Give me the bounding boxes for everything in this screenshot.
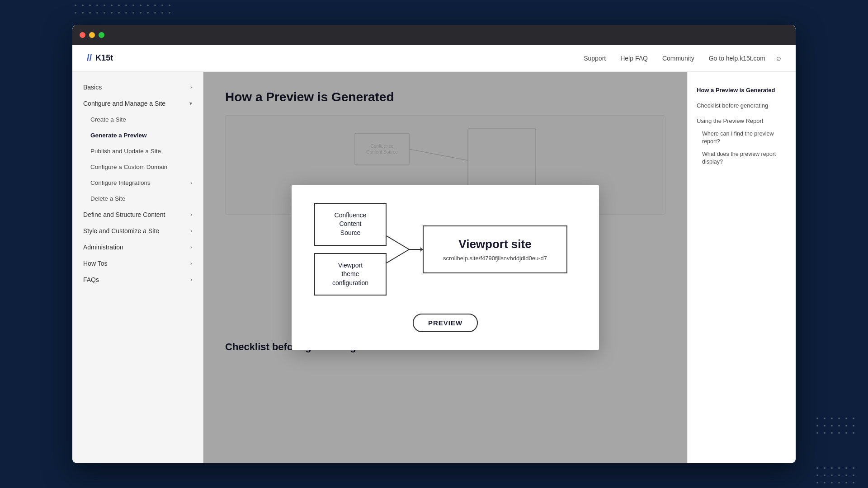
sidebar-item-style-customize[interactable]: Style and Customize a Site›	[72, 223, 203, 239]
nav-support[interactable]: Support	[584, 55, 606, 62]
sidebar-item-label-configure-custom-domain: Configure a Custom Domain	[90, 164, 167, 170]
viewport-theme-text: Viewportthemeconfiguration	[332, 262, 368, 286]
close-button[interactable]	[80, 32, 85, 38]
modal-diagram: ConfluenceContentSource Viewportthemecon…	[292, 185, 599, 351]
sidebar-item-label-configure-manage: Configure and Manage a Site	[83, 100, 165, 107]
dot-decoration-top: (function(){ const d = document.querySel…	[75, 5, 170, 14]
connector-lines	[387, 222, 423, 277]
sidebar-item-label-delete-a-site: Delete a Site	[90, 195, 125, 202]
chevron-icon-administration: ›	[190, 244, 192, 250]
sidebar-item-generate-preview[interactable]: Generate a Preview	[72, 127, 203, 143]
title-bar	[72, 25, 796, 45]
sidebar-item-label-basics: Basics	[83, 84, 102, 91]
nav-goto-help[interactable]: Go to help.k15t.com	[709, 55, 765, 62]
chevron-icon-faqs: ›	[190, 277, 192, 283]
viewport-site-url: scrollhelp.site/f4790fjllsnvhddjdld0eu-d…	[438, 255, 552, 262]
toc-section: Checklist before generating	[697, 102, 787, 110]
sidebar-item-label-faqs: FAQs	[83, 276, 99, 283]
toc-sub-item[interactable]: Where can I find the preview report?	[697, 130, 787, 146]
sidebar-item-configure-integrations[interactable]: Configure Integrations›	[72, 175, 203, 191]
viewport-site-title: Viewport site	[438, 237, 552, 251]
toc-section: How a Preview is Generated	[697, 86, 787, 94]
browser-window: // K15t Support Help FAQ Community Go to…	[72, 25, 796, 463]
sidebar: Basics›Configure and Manage a Site▾Creat…	[72, 72, 203, 463]
logo-text: K15t	[95, 53, 113, 63]
maximize-button[interactable]	[99, 32, 104, 38]
diagram-container: ConfluenceContentSource Viewportthemecon…	[314, 203, 576, 296]
chevron-icon-configure-manage: ▾	[189, 100, 192, 107]
content-area: How a Preview is Generated Confluence Co…	[203, 72, 687, 463]
sidebar-item-basics[interactable]: Basics›	[72, 79, 203, 95]
chevron-icon-define-structure: ›	[190, 211, 192, 218]
sidebar-item-label-publish-update: Publish and Update a Site	[90, 148, 161, 155]
navbar: // K15t Support Help FAQ Community Go to…	[72, 45, 796, 72]
toc-sub-item[interactable]: What does the preview report display?	[697, 150, 787, 166]
chevron-icon-how-tos: ›	[190, 260, 192, 267]
preview-button-container: PREVIEW	[314, 314, 576, 332]
sidebar-item-define-structure[interactable]: Define and Structure Content›	[72, 206, 203, 223]
nav-links: Support Help FAQ Community Go to help.k1…	[584, 55, 765, 62]
preview-button[interactable]: PREVIEW	[413, 314, 478, 332]
modal-overlay: ConfluenceContentSource Viewportthemecon…	[203, 72, 687, 463]
sidebar-item-label-create-a-site: Create a Site	[90, 116, 126, 123]
dot-decoration-br2: (function(){ const d = document.querySel…	[816, 467, 854, 483]
viewport-site-box: Viewport site scrollhelp.site/f4790fjlls…	[423, 225, 567, 273]
sidebar-item-publish-update[interactable]: Publish and Update a Site	[72, 143, 203, 159]
chevron-icon-configure-integrations: ›	[190, 180, 192, 186]
chevron-icon-basics: ›	[190, 84, 192, 90]
dot-decoration-br: (function(){ const d = document.querySel…	[816, 418, 854, 434]
logo-icon: //	[87, 53, 92, 63]
toc-item[interactable]: How a Preview is Generated	[697, 86, 787, 94]
sidebar-item-configure-custom-domain[interactable]: Configure a Custom Domain	[72, 159, 203, 175]
sidebar-item-administration[interactable]: Administration›	[72, 239, 203, 255]
diagram-left-boxes: ConfluenceContentSource Viewportthemecon…	[314, 203, 387, 296]
main-layout: Basics›Configure and Manage a Site▾Creat…	[72, 72, 796, 463]
sidebar-item-label-configure-integrations: Configure Integrations	[90, 179, 151, 186]
sidebar-item-create-a-site[interactable]: Create a Site	[72, 112, 203, 127]
sidebar-item-delete-a-site[interactable]: Delete a Site	[72, 191, 203, 206]
svg-line-6	[387, 249, 409, 263]
search-icon[interactable]: ⌕	[776, 53, 781, 63]
sidebar-item-label-define-structure: Define and Structure Content	[83, 211, 165, 218]
toc-panel: How a Preview is GeneratedChecklist befo…	[687, 72, 796, 463]
sidebar-item-label-style-customize: Style and Customize a Site	[83, 227, 159, 235]
svg-marker-8	[420, 247, 423, 252]
logo-area: // K15t	[87, 53, 113, 63]
svg-line-5	[387, 236, 409, 249]
toc-section: Using the Preview ReportWhere can I find…	[697, 117, 787, 166]
nav-community[interactable]: Community	[662, 55, 694, 62]
sidebar-item-label-generate-preview: Generate a Preview	[90, 132, 147, 139]
toc-item[interactable]: Using the Preview Report	[697, 117, 787, 125]
sidebar-item-configure-manage[interactable]: Configure and Manage a Site▾	[72, 95, 203, 112]
confluence-box: ConfluenceContentSource	[314, 203, 387, 246]
sidebar-item-label-how-tos: How Tos	[83, 260, 107, 267]
confluence-box-text: ConfluenceContentSource	[335, 211, 367, 236]
minimize-button[interactable]	[89, 32, 95, 38]
nav-help-faq[interactable]: Help FAQ	[620, 55, 648, 62]
sidebar-item-label-administration: Administration	[83, 244, 123, 251]
sidebar-item-how-tos[interactable]: How Tos›	[72, 255, 203, 272]
viewport-theme-box: Viewportthemeconfiguration	[314, 253, 387, 296]
sidebar-item-faqs[interactable]: FAQs›	[72, 272, 203, 288]
chevron-icon-style-customize: ›	[190, 228, 192, 234]
toc-item[interactable]: Checklist before generating	[697, 102, 787, 110]
